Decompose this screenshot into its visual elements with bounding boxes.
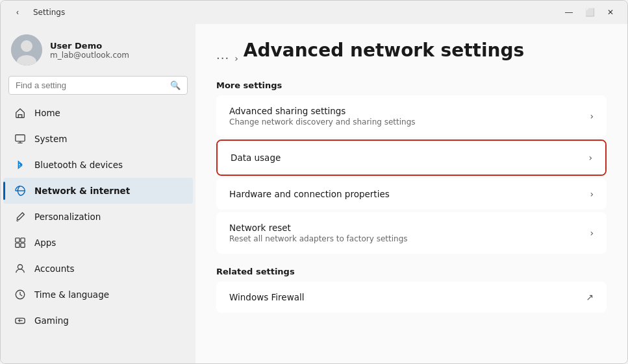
sidebar-item-accounts[interactable]: Accounts — [3, 256, 193, 282]
search-icon: 🔍 — [170, 80, 181, 90]
advanced-sharing-chevron: › — [590, 111, 594, 121]
advanced-sharing-title: Advanced sharing settings — [229, 106, 416, 116]
search-input[interactable] — [16, 80, 166, 90]
apps-icon — [14, 236, 27, 249]
content-area: User Demo m_lab@outlook.com 🔍 Home — [1, 24, 627, 363]
window-controls: — ⬜ ✕ — [560, 6, 620, 19]
data-usage-item[interactable]: Data usage › — [218, 141, 605, 175]
windows-firewall-item[interactable]: Windows Firewall ↗ — [216, 282, 607, 313]
network-reset-subtitle: Reset all network adapters to factory se… — [229, 234, 408, 243]
network-reset-item[interactable]: Network reset Reset all network adapters… — [216, 212, 607, 254]
minimize-button[interactable]: — — [560, 6, 578, 19]
sidebar-item-gaming[interactable]: Gaming — [3, 308, 193, 334]
system-icon — [14, 132, 27, 145]
sidebar-item-bluetooth-label: Bluetooth & devices — [34, 160, 123, 170]
close-button[interactable]: ✕ — [601, 6, 620, 19]
breadcrumb-dots[interactable]: ··· — [216, 51, 229, 65]
page-title: Advanced network settings — [244, 40, 524, 61]
svg-point-11 — [21, 320, 23, 321]
network-icon — [14, 184, 27, 197]
sidebar: User Demo m_lab@outlook.com 🔍 Home — [1, 24, 195, 363]
hardware-chevron: › — [590, 189, 594, 199]
user-email: m_lab@outlook.com — [50, 51, 129, 60]
sidebar-item-gaming-label: Gaming — [34, 315, 69, 326]
breadcrumb: ··· › Advanced network settings — [216, 40, 607, 77]
search-box[interactable]: 🔍 — [8, 76, 188, 95]
maximize-button[interactable]: ⬜ — [581, 6, 599, 19]
hardware-card: Hardware and connection properties › — [216, 178, 607, 210]
network-reset-title: Network reset — [229, 223, 408, 233]
hardware-title: Hardware and connection properties — [229, 189, 390, 199]
windows-firewall-text: Windows Firewall — [229, 292, 304, 302]
user-profile[interactable]: User Demo m_lab@outlook.com — [1, 24, 195, 73]
sidebar-item-time-label: Time & language — [34, 289, 109, 300]
svg-rect-6 — [16, 243, 19, 247]
user-name: User Demo — [50, 41, 129, 51]
sidebar-item-accounts-label: Accounts — [34, 263, 75, 274]
svg-point-8 — [18, 265, 22, 269]
title-bar: ‹ Settings — ⬜ ✕ — [1, 1, 627, 24]
svg-rect-3 — [16, 135, 25, 141]
advanced-sharing-item[interactable]: Advanced sharing settings Change network… — [216, 95, 607, 137]
sidebar-item-network[interactable]: Network & internet — [3, 178, 193, 204]
sidebar-item-apps-label: Apps — [34, 237, 56, 248]
data-usage-text: Data usage — [231, 152, 281, 163]
sidebar-item-home-label: Home — [34, 108, 60, 118]
more-settings-section: More settings Advanced sharing settings … — [216, 80, 607, 254]
avatar — [11, 34, 42, 66]
external-link-icon: ↗ — [586, 292, 594, 302]
sidebar-item-system-label: System — [34, 134, 67, 144]
main-content: ··· › Advanced network settings More set… — [195, 24, 627, 363]
sidebar-item-apps[interactable]: Apps — [3, 230, 193, 256]
related-settings-label: Related settings — [216, 267, 607, 276]
sidebar-item-personalization[interactable]: Personalization — [3, 204, 193, 230]
sidebar-item-home[interactable]: Home — [3, 100, 193, 126]
sidebar-item-network-label: Network & internet — [34, 186, 130, 196]
network-reset-chevron: › — [590, 228, 594, 238]
settings-window: ‹ Settings — ⬜ ✕ User Demo — [0, 0, 628, 364]
user-info: User Demo m_lab@outlook.com — [50, 41, 129, 60]
accounts-icon — [14, 262, 27, 275]
data-usage-chevron: › — [588, 152, 592, 163]
advanced-sharing-text: Advanced sharing settings Change network… — [229, 106, 416, 127]
sidebar-item-system[interactable]: System — [3, 126, 193, 152]
back-button[interactable]: ‹ — [8, 6, 27, 19]
time-icon — [14, 288, 27, 301]
related-settings-section: Related settings Windows Firewall ↗ — [216, 267, 607, 313]
svg-rect-4 — [16, 238, 19, 242]
hardware-item[interactable]: Hardware and connection properties › — [216, 178, 607, 210]
network-reset-card: Network reset Reset all network adapters… — [216, 212, 607, 254]
hardware-text: Hardware and connection properties — [229, 189, 390, 199]
more-settings-label: More settings — [216, 80, 607, 90]
windows-firewall-card: Windows Firewall ↗ — [216, 282, 607, 313]
home-icon — [14, 106, 27, 119]
advanced-sharing-card: Advanced sharing settings Change network… — [216, 95, 607, 137]
sidebar-item-bluetooth[interactable]: Bluetooth & devices — [3, 152, 193, 178]
breadcrumb-arrow: › — [234, 53, 238, 64]
network-reset-text: Network reset Reset all network adapters… — [229, 223, 408, 243]
gaming-icon — [14, 314, 27, 327]
bluetooth-icon — [14, 158, 27, 171]
data-usage-card: Data usage › — [216, 140, 607, 176]
advanced-sharing-subtitle: Change network discovery and sharing set… — [229, 117, 416, 127]
window-title: Settings — [33, 8, 65, 17]
brush-icon — [14, 210, 27, 223]
data-usage-title: Data usage — [231, 152, 281, 163]
svg-rect-5 — [21, 238, 25, 242]
sidebar-item-time[interactable]: Time & language — [3, 282, 193, 308]
title-bar-left: ‹ Settings — [8, 6, 65, 19]
svg-point-1 — [21, 40, 32, 52]
svg-rect-7 — [21, 243, 25, 247]
windows-firewall-title: Windows Firewall — [229, 292, 304, 302]
sidebar-item-personalization-label: Personalization — [34, 212, 101, 222]
